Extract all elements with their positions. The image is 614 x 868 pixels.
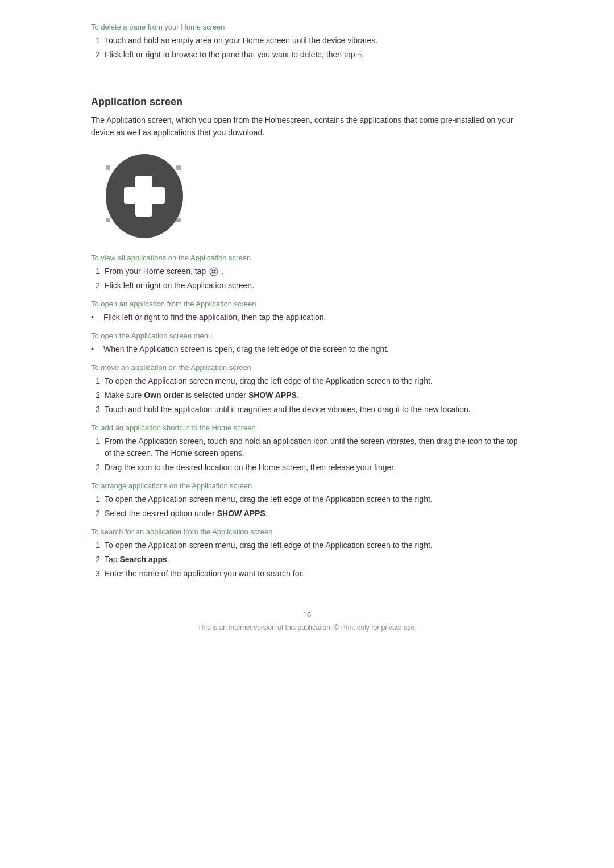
view-all-subsection: To view all applications on the Applicat… [91, 254, 523, 292]
move-app-step-2: 2 Make sure Own order is selected under … [91, 389, 523, 401]
svg-rect-11 [214, 272, 216, 274]
move-app-step-3: 3 Touch and hold the application until i… [91, 404, 523, 416]
view-all-step-2: 2 Flick left or right on the Application… [91, 280, 523, 292]
view-all-heading: To view all applications on the Applicat… [91, 254, 523, 262]
arrange-apps-heading: To arrange applications on the Applicati… [91, 481, 523, 490]
svg-rect-9 [214, 270, 216, 272]
svg-rect-5 [106, 218, 110, 222]
move-app-steps: 1 To open the Application screen menu, d… [91, 375, 523, 416]
open-menu-heading: To open the Application screen menu [91, 331, 523, 340]
app-icon-image [100, 149, 523, 242]
delete-step-2: 2 Flick left or right to browse to the p… [91, 49, 523, 61]
section-title: Application screen [91, 96, 523, 108]
grid-icon [208, 267, 222, 276]
svg-rect-3 [106, 165, 110, 170]
search-app-steps: 1 To open the Application screen menu, d… [91, 539, 523, 580]
open-menu-step-1: When the Application screen is open, dra… [91, 343, 523, 355]
view-all-step-1: 1 From your Home screen, tap . [91, 265, 523, 277]
search-app-step-1: 1 To open the Application screen menu, d… [91, 539, 523, 551]
delete-steps-list: 1 Touch and hold an empty area on your H… [91, 35, 523, 61]
delete-step-1: 1 Touch and hold an empty area on your H… [91, 35, 523, 47]
svg-rect-6 [176, 218, 181, 222]
page-content: To delete a pane from your Home screen 1… [91, 0, 523, 666]
svg-rect-10 [212, 272, 214, 274]
open-menu-subsection: To open the Application screen menu When… [91, 331, 523, 355]
open-app-subsection: To open an application from the Applicat… [91, 300, 523, 323]
footer-text: This is an Internet version of this publ… [91, 624, 523, 632]
svg-point-7 [210, 268, 218, 276]
open-menu-steps: When the Application screen is open, dra… [91, 343, 523, 355]
arrange-apps-step-1: 1 To open the Application screen menu, d… [91, 493, 523, 505]
arrange-apps-subsection: To arrange applications on the Applicati… [91, 481, 523, 520]
open-app-step-1: Flick left or right to find the applicat… [91, 312, 523, 323]
search-app-step-3: 3 Enter the name of the application you … [91, 568, 523, 580]
add-shortcut-step-2: 2 Drag the icon to the desired location … [91, 462, 523, 474]
add-shortcut-heading: To add an application shortcut to the Ho… [91, 423, 523, 432]
move-app-step-1: 1 To open the Application screen menu, d… [91, 375, 523, 387]
search-app-subsection: To search for an application from the Ap… [91, 528, 523, 580]
section-description: The Application screen, which you open f… [91, 114, 523, 139]
search-app-step-2: 2 Tap Search apps. [91, 554, 523, 566]
svg-rect-2 [124, 187, 165, 204]
view-all-steps: 1 From your Home screen, tap . [91, 265, 523, 292]
open-app-steps: Flick left or right to find the applicat… [91, 312, 523, 323]
add-shortcut-step-1: 1 From the Application screen, touch and… [91, 435, 523, 459]
open-app-heading: To open an application from the Applicat… [91, 300, 523, 308]
move-app-heading: To move an application on the Applicatio… [91, 363, 523, 372]
add-shortcut-steps: 1 From the Application screen, touch and… [91, 435, 523, 474]
svg-rect-8 [212, 270, 214, 272]
application-screen-section: Application screen The Application scree… [91, 85, 523, 588]
svg-rect-4 [176, 165, 181, 170]
add-shortcut-subsection: To add an application shortcut to the Ho… [91, 423, 523, 474]
delete-pane-heading: To delete a pane from your Home screen [91, 23, 523, 31]
search-app-heading: To search for an application from the Ap… [91, 528, 523, 536]
page-number: 16 [91, 610, 523, 619]
move-app-subsection: To move an application on the Applicatio… [91, 363, 523, 416]
arrange-apps-step-2: 2 Select the desired option under SHOW A… [91, 508, 523, 520]
arrange-apps-steps: 1 To open the Application screen menu, d… [91, 493, 523, 520]
delete-pane-section: To delete a pane from your Home screen 1… [91, 23, 523, 68]
